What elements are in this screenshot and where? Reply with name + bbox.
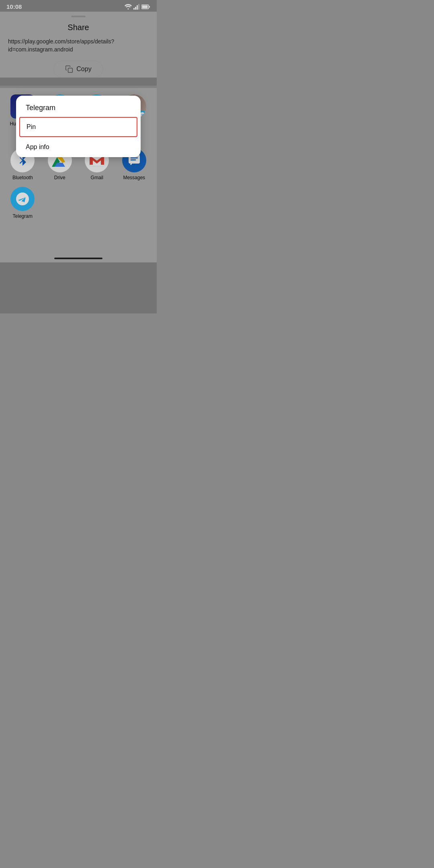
context-menu-pin[interactable]: Pin	[19, 117, 137, 137]
context-menu-app-info[interactable]: App info	[16, 137, 141, 157]
context-menu: Telegram Pin App info	[16, 96, 141, 157]
context-overlay[interactable]: Telegram Pin App info	[0, 0, 157, 313]
context-menu-title: Telegram	[16, 96, 141, 117]
